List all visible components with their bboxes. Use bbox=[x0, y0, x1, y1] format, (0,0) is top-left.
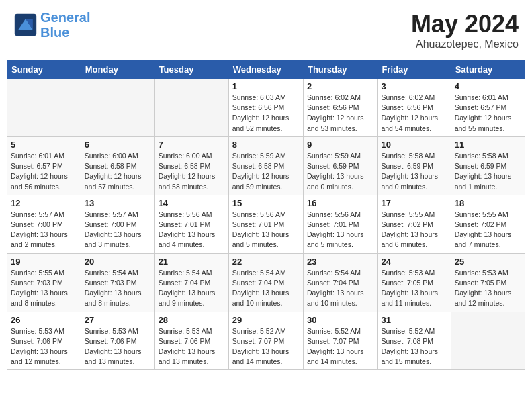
calendar-week-4: 19Sunrise: 5:55 AM Sunset: 7:03 PM Dayli… bbox=[7, 253, 525, 312]
day-info: Sunrise: 5:54 AM Sunset: 7:04 PM Dayligh… bbox=[307, 268, 373, 309]
day-info: Sunrise: 5:52 AM Sunset: 7:07 PM Dayligh… bbox=[307, 326, 373, 367]
day-number: 27 bbox=[85, 315, 151, 325]
calendar-cell: 17Sunrise: 5:55 AM Sunset: 7:02 PM Dayli… bbox=[378, 195, 451, 253]
day-number: 31 bbox=[381, 315, 447, 325]
day-info: Sunrise: 5:57 AM Sunset: 7:00 PM Dayligh… bbox=[85, 210, 151, 250]
day-number: 3 bbox=[381, 81, 447, 91]
calendar-cell: 21Sunrise: 5:54 AM Sunset: 7:04 PM Dayli… bbox=[154, 253, 228, 312]
day-info: Sunrise: 5:55 AM Sunset: 7:02 PM Dayligh… bbox=[381, 210, 447, 250]
calendar-cell: 25Sunrise: 5:53 AM Sunset: 7:05 PM Dayli… bbox=[451, 253, 525, 312]
day-info: Sunrise: 5:57 AM Sunset: 7:00 PM Dayligh… bbox=[11, 210, 77, 250]
calendar-cell: 18Sunrise: 5:55 AM Sunset: 7:02 PM Dayli… bbox=[451, 195, 525, 253]
calendar-cell: 2Sunrise: 6:02 AM Sunset: 6:56 PM Daylig… bbox=[303, 79, 377, 137]
month-title: May 2024 bbox=[411, 10, 519, 38]
weekday-header-row: SundayMondayTuesdayWednesdayThursdayFrid… bbox=[7, 61, 525, 79]
calendar-cell bbox=[154, 79, 228, 137]
day-info: Sunrise: 5:53 AM Sunset: 7:06 PM Dayligh… bbox=[159, 326, 225, 367]
calendar-cell: 26Sunrise: 5:53 AM Sunset: 7:06 PM Dayli… bbox=[7, 312, 81, 370]
day-number: 13 bbox=[85, 198, 151, 208]
day-number: 23 bbox=[307, 257, 373, 267]
calendar: SundayMondayTuesdayWednesdayThursdayFrid… bbox=[7, 60, 525, 370]
day-number: 5 bbox=[11, 140, 77, 150]
calendar-cell: 27Sunrise: 5:53 AM Sunset: 7:06 PM Dayli… bbox=[81, 312, 154, 370]
day-number: 11 bbox=[455, 140, 521, 150]
calendar-cell: 16Sunrise: 5:56 AM Sunset: 7:01 PM Dayli… bbox=[303, 195, 377, 253]
weekday-header-saturday: Saturday bbox=[451, 61, 525, 79]
day-info: Sunrise: 5:56 AM Sunset: 7:01 PM Dayligh… bbox=[307, 210, 373, 250]
calendar-week-5: 26Sunrise: 5:53 AM Sunset: 7:06 PM Dayli… bbox=[7, 312, 525, 370]
day-number: 15 bbox=[232, 198, 300, 208]
day-info: Sunrise: 5:58 AM Sunset: 6:59 PM Dayligh… bbox=[381, 151, 447, 192]
day-info: Sunrise: 5:54 AM Sunset: 7:04 PM Dayligh… bbox=[232, 268, 300, 309]
day-number: 14 bbox=[159, 198, 225, 208]
day-number: 16 bbox=[307, 198, 373, 208]
day-info: Sunrise: 5:54 AM Sunset: 7:03 PM Dayligh… bbox=[85, 268, 151, 309]
calendar-cell: 22Sunrise: 5:54 AM Sunset: 7:04 PM Dayli… bbox=[228, 253, 303, 312]
day-info: Sunrise: 5:52 AM Sunset: 7:08 PM Dayligh… bbox=[381, 326, 447, 367]
day-number: 29 bbox=[232, 315, 300, 325]
calendar-cell: 23Sunrise: 5:54 AM Sunset: 7:04 PM Dayli… bbox=[303, 253, 377, 312]
calendar-cell bbox=[81, 79, 154, 137]
day-number: 8 bbox=[232, 140, 300, 150]
day-info: Sunrise: 6:02 AM Sunset: 6:56 PM Dayligh… bbox=[381, 93, 447, 134]
calendar-cell: 3Sunrise: 6:02 AM Sunset: 6:56 PM Daylig… bbox=[378, 79, 451, 137]
logo-icon bbox=[13, 13, 38, 37]
day-info: Sunrise: 5:55 AM Sunset: 7:02 PM Dayligh… bbox=[455, 210, 521, 250]
weekday-header-sunday: Sunday bbox=[7, 61, 81, 79]
calendar-cell: 12Sunrise: 5:57 AM Sunset: 7:00 PM Dayli… bbox=[7, 195, 81, 253]
calendar-cell: 9Sunrise: 5:59 AM Sunset: 6:59 PM Daylig… bbox=[303, 136, 377, 195]
day-number: 22 bbox=[232, 257, 300, 267]
day-number: 25 bbox=[455, 257, 521, 267]
calendar-cell: 10Sunrise: 5:58 AM Sunset: 6:59 PM Dayli… bbox=[378, 136, 451, 195]
calendar-cell: 5Sunrise: 6:01 AM Sunset: 6:57 PM Daylig… bbox=[7, 136, 81, 195]
calendar-cell: 20Sunrise: 5:54 AM Sunset: 7:03 PM Dayli… bbox=[81, 253, 154, 312]
calendar-cell: 6Sunrise: 6:00 AM Sunset: 6:58 PM Daylig… bbox=[81, 136, 154, 195]
calendar-cell: 1Sunrise: 6:03 AM Sunset: 6:56 PM Daylig… bbox=[228, 79, 303, 137]
calendar-week-3: 12Sunrise: 5:57 AM Sunset: 7:00 PM Dayli… bbox=[7, 195, 525, 253]
day-info: Sunrise: 5:52 AM Sunset: 7:07 PM Dayligh… bbox=[232, 326, 300, 367]
day-number: 9 bbox=[307, 140, 373, 150]
day-info: Sunrise: 5:53 AM Sunset: 7:05 PM Dayligh… bbox=[455, 268, 521, 309]
weekday-header-wednesday: Wednesday bbox=[228, 61, 303, 79]
day-info: Sunrise: 5:59 AM Sunset: 6:58 PM Dayligh… bbox=[232, 151, 300, 192]
calendar-cell: 7Sunrise: 6:00 AM Sunset: 6:58 PM Daylig… bbox=[154, 136, 228, 195]
day-info: Sunrise: 6:02 AM Sunset: 6:56 PM Dayligh… bbox=[307, 93, 373, 134]
day-info: Sunrise: 6:00 AM Sunset: 6:58 PM Dayligh… bbox=[159, 151, 225, 192]
calendar-week-2: 5Sunrise: 6:01 AM Sunset: 6:57 PM Daylig… bbox=[7, 136, 525, 195]
calendar-cell: 29Sunrise: 5:52 AM Sunset: 7:07 PM Dayli… bbox=[228, 312, 303, 370]
weekday-header-monday: Monday bbox=[81, 61, 154, 79]
title-block: May 2024 Ahuazotepec, Mexico bbox=[411, 10, 519, 50]
day-info: Sunrise: 5:53 AM Sunset: 7:06 PM Dayligh… bbox=[85, 326, 151, 367]
weekday-header-friday: Friday bbox=[378, 61, 451, 79]
day-number: 24 bbox=[381, 257, 447, 267]
logo-text: General Blue bbox=[40, 10, 90, 40]
day-number: 26 bbox=[11, 315, 77, 325]
day-info: Sunrise: 6:01 AM Sunset: 6:57 PM Dayligh… bbox=[11, 151, 77, 192]
weekday-header-thursday: Thursday bbox=[303, 61, 377, 79]
day-info: Sunrise: 5:55 AM Sunset: 7:03 PM Dayligh… bbox=[11, 268, 77, 309]
day-info: Sunrise: 5:56 AM Sunset: 7:01 PM Dayligh… bbox=[232, 210, 300, 250]
day-number: 7 bbox=[159, 140, 225, 150]
day-info: Sunrise: 6:01 AM Sunset: 6:57 PM Dayligh… bbox=[455, 93, 521, 134]
calendar-cell bbox=[451, 312, 525, 370]
day-number: 6 bbox=[85, 140, 151, 150]
calendar-cell: 14Sunrise: 5:56 AM Sunset: 7:01 PM Dayli… bbox=[154, 195, 228, 253]
calendar-cell: 31Sunrise: 5:52 AM Sunset: 7:08 PM Dayli… bbox=[378, 312, 451, 370]
day-number: 10 bbox=[381, 140, 447, 150]
weekday-header-tuesday: Tuesday bbox=[154, 61, 228, 79]
day-number: 30 bbox=[307, 315, 373, 325]
day-info: Sunrise: 5:56 AM Sunset: 7:01 PM Dayligh… bbox=[159, 210, 225, 250]
day-info: Sunrise: 5:58 AM Sunset: 6:59 PM Dayligh… bbox=[455, 151, 521, 192]
calendar-cell bbox=[7, 79, 81, 137]
day-number: 21 bbox=[159, 257, 225, 267]
day-number: 2 bbox=[307, 81, 373, 91]
calendar-week-1: 1Sunrise: 6:03 AM Sunset: 6:56 PM Daylig… bbox=[7, 79, 525, 137]
calendar-cell: 11Sunrise: 5:58 AM Sunset: 6:59 PM Dayli… bbox=[451, 136, 525, 195]
day-info: Sunrise: 6:03 AM Sunset: 6:56 PM Dayligh… bbox=[232, 93, 300, 134]
calendar-cell: 8Sunrise: 5:59 AM Sunset: 6:58 PM Daylig… bbox=[228, 136, 303, 195]
calendar-cell: 15Sunrise: 5:56 AM Sunset: 7:01 PM Dayli… bbox=[228, 195, 303, 253]
day-number: 28 bbox=[159, 315, 225, 325]
logo: General Blue bbox=[13, 10, 90, 40]
calendar-cell: 13Sunrise: 5:57 AM Sunset: 7:00 PM Dayli… bbox=[81, 195, 154, 253]
day-number: 1 bbox=[232, 81, 300, 91]
